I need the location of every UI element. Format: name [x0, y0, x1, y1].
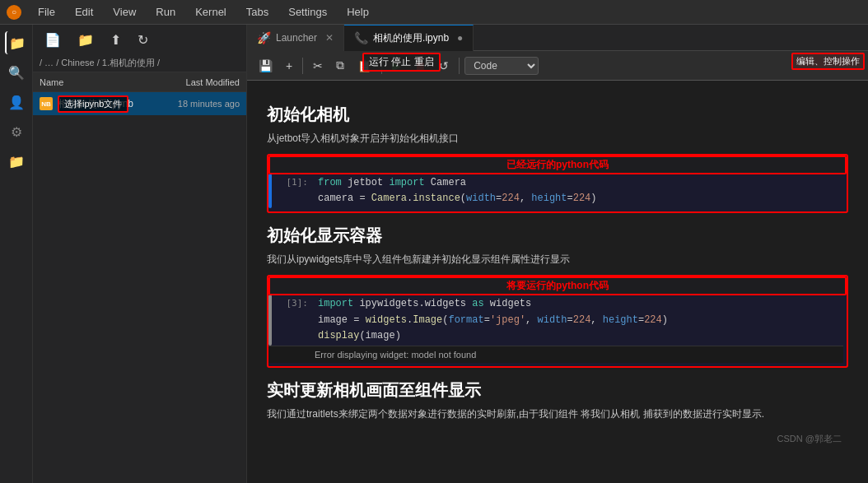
- cell2-output: Error displaying widget: model not found: [268, 346, 843, 363]
- notebook-icon: NB: [40, 97, 53, 110]
- tab-notebook-label: 相机的使用.ipynb: [373, 31, 449, 45]
- activity-bar: 📁 🔍 👤 ⚙ 📁: [0, 25, 33, 483]
- run-button[interactable]: ▶: [387, 57, 406, 75]
- col-modified-header: Last Modified: [141, 77, 240, 87]
- separator-3: [459, 58, 460, 74]
- cell1-indicator: [268, 174, 272, 208]
- launcher-tab-icon: 🚀: [257, 31, 271, 44]
- app-logo: ○: [7, 5, 21, 20]
- tabs-bar: 🚀 Launcher ✕ 📞 相机的使用.ipynb ●: [247, 25, 868, 51]
- section1-desc: 从jetbot导入相机对象开启并初始化相机接口: [267, 131, 848, 146]
- save-button[interactable]: 💾: [254, 57, 278, 75]
- cell2-annotation: 将要运行的python代码: [268, 276, 847, 295]
- menu-file[interactable]: File: [35, 4, 58, 20]
- separator-1: [302, 58, 303, 74]
- file-name: 相机的使用.ipynb: [58, 97, 141, 111]
- cell1-number: [1]:: [275, 174, 315, 208]
- notebook-content[interactable]: 初始化相机 从jetbot导入相机对象开启并初始化相机接口 已经远行的pytho…: [247, 81, 868, 483]
- menu-tabs[interactable]: Tabs: [243, 4, 272, 20]
- code-cell-1[interactable]: 已经远行的python代码 [1]: from jetbot import Ca…: [267, 154, 848, 213]
- copy-button[interactable]: ⧉: [331, 56, 349, 75]
- cut-button[interactable]: ✂: [308, 57, 328, 75]
- restart-button[interactable]: ↺: [434, 57, 454, 75]
- cell2-number: [3]:: [275, 295, 315, 346]
- file-list: NB 相机的使用.ipynb 选择ipynb文件 18 minutes ago: [33, 92, 246, 483]
- code-cell-2[interactable]: 将要运行的python代码 [3]: import ipywidgets.wid…: [267, 275, 848, 368]
- menu-run[interactable]: Run: [152, 4, 179, 20]
- menu-kernel[interactable]: Kernel: [192, 4, 230, 20]
- stop-button[interactable]: ⏹: [409, 57, 431, 75]
- cell1-annotation: 已经远行的python代码: [268, 156, 847, 174]
- watermark: CSDN @郭老二: [267, 430, 848, 448]
- cell-type-select[interactable]: Code Markdown Raw: [464, 57, 539, 75]
- menu-help[interactable]: Help: [343, 4, 372, 20]
- new-file-button[interactable]: 📄: [40, 30, 66, 49]
- section2-desc: 我们从ipywidgets库中导入组件包新建并初始化显示组件属性进行显示: [267, 252, 848, 267]
- activity-search[interactable]: 🔍: [5, 61, 28, 84]
- file-modified: 18 minutes ago: [141, 99, 240, 109]
- cell1-code[interactable]: from jetbot import Camera camera = Camer…: [315, 174, 843, 208]
- col-name-header: Name: [40, 77, 138, 87]
- main-layout: 📁 🔍 👤 ⚙ 📁 📄 📁 ⬆ ↻ / … / Chinese / 1.相机的使…: [0, 25, 868, 483]
- activity-folder[interactable]: 📁: [5, 150, 28, 173]
- tab-launcher-close[interactable]: ✕: [325, 32, 334, 44]
- file-list-header: Name Last Modified: [33, 72, 246, 92]
- section1-title: 初始化相机: [267, 104, 848, 126]
- paste-button[interactable]: 📋: [352, 57, 376, 75]
- activity-user[interactable]: 👤: [5, 91, 28, 114]
- edit-annotation: 编辑、控制操作: [791, 53, 865, 70]
- cell2-code[interactable]: import ipywidgets.widgets as widgets ima…: [315, 295, 843, 346]
- new-folder-button[interactable]: 📁: [72, 30, 99, 49]
- tab-notebook-close[interactable]: ●: [457, 32, 463, 44]
- activity-files[interactable]: 📁: [5, 31, 28, 54]
- right-panel: 🚀 Launcher ✕ 📞 相机的使用.ipynb ● 💾 + ✂ ⧉ 📋 ▶…: [247, 25, 868, 483]
- section3-desc: 我们通过traitlets来绑定两个数据对象进行数据的实时刷新,由于我们组件 将…: [267, 406, 848, 421]
- breadcrumb: / … / Chinese / 1.相机的使用 /: [33, 54, 246, 72]
- tab-launcher-label: Launcher: [276, 32, 317, 44]
- menu-settings[interactable]: Settings: [285, 4, 330, 20]
- tab-notebook[interactable]: 📞 相机的使用.ipynb ●: [344, 25, 474, 51]
- add-cell-button[interactable]: +: [281, 57, 297, 75]
- separator-2: [381, 58, 382, 74]
- activity-settings[interactable]: ⚙: [5, 120, 28, 143]
- upload-button[interactable]: ⬆: [105, 30, 126, 49]
- sidebar: 📄 📁 ⬆ ↻ / … / Chinese / 1.相机的使用 / Name L…: [33, 25, 247, 483]
- section2-title: 初始化显示容器: [267, 225, 848, 247]
- section3-title: 实时更新相机画面至组件显示: [267, 379, 848, 402]
- notebook-tab-icon: 📞: [354, 31, 368, 44]
- menu-view[interactable]: View: [110, 4, 139, 20]
- cell2-indicator: [268, 295, 272, 346]
- refresh-button[interactable]: ↻: [133, 30, 153, 49]
- tab-launcher[interactable]: 🚀 Launcher ✕: [247, 25, 344, 51]
- menu-edit[interactable]: Edit: [72, 4, 96, 20]
- notebook-toolbar: 💾 + ✂ ⧉ 📋 ▶ ⏹ ↺ Code Markdown Raw 运行 停止 …: [247, 51, 868, 81]
- sidebar-toolbar: 📄 📁 ⬆ ↻: [33, 25, 246, 54]
- file-item[interactable]: NB 相机的使用.ipynb 选择ipynb文件 18 minutes ago: [33, 92, 246, 115]
- menubar: ○ File Edit View Run Kernel Tabs Setting…: [0, 0, 868, 25]
